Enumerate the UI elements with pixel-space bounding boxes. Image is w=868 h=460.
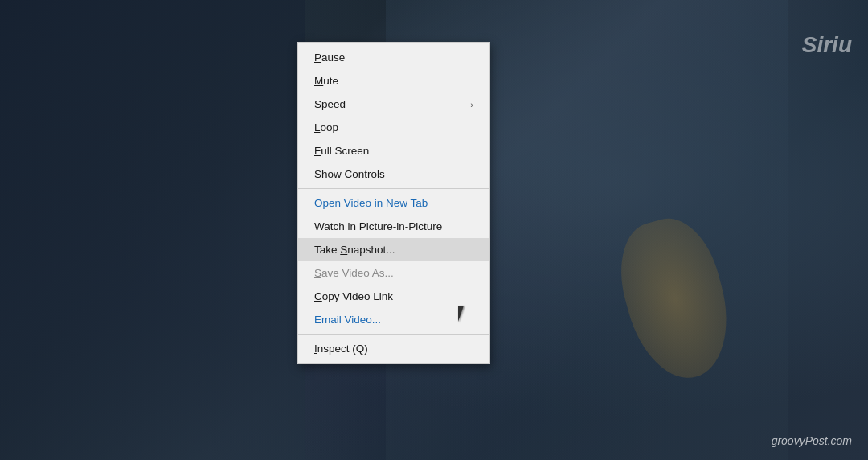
menu-item-show-controls[interactable]: Show Controls [298, 162, 489, 186]
menu-separator-13 [298, 334, 489, 335]
menu-label-loop: Loop [314, 121, 338, 133]
menu-label-open-new-tab: Open Video in New Tab [314, 197, 428, 209]
menu-label-mute: Mute [314, 75, 338, 87]
menu-label-copy-link: Copy Video Link [314, 290, 393, 302]
menu-item-fullscreen[interactable]: Full Screen [298, 139, 489, 162]
menu-label-inspect: Inspect (Q) [314, 343, 368, 355]
menu-label-save-video: Save Video As... [314, 267, 394, 279]
menu-label-email-video: Email Video... [314, 314, 381, 326]
menu-label-take-snapshot: Take Snapshot... [314, 244, 395, 256]
menu-item-mute[interactable]: Mute [298, 69, 489, 92]
background-brand-text: Siriu [802, 32, 852, 58]
menu-item-inspect[interactable]: Inspect (Q) [298, 337, 489, 360]
menu-label-pause: Pause [314, 51, 345, 64]
menu-item-copy-link[interactable]: Copy Video Link [298, 285, 489, 308]
menu-item-pause[interactable]: Pause [298, 46, 489, 69]
menu-item-open-new-tab[interactable]: Open Video in New Tab [298, 191, 489, 215]
menu-item-take-snapshot[interactable]: Take Snapshot... [298, 238, 489, 261]
left-background [0, 0, 305, 460]
menu-item-loop[interactable]: Loop [298, 116, 489, 139]
menu-item-email-video[interactable]: Email Video... [298, 308, 489, 331]
menu-item-save-video[interactable]: Save Video As... [298, 261, 489, 285]
menu-label-speed: Speed [314, 98, 346, 110]
menu-arrow-speed: › [470, 100, 473, 109]
menu-item-pip[interactable]: Watch in Picture-in-Picture [298, 215, 489, 238]
watermark: groovyPost.com [772, 434, 852, 447]
menu-item-speed[interactable]: Speed› [298, 92, 489, 116]
menu-label-pip: Watch in Picture-in-Picture [314, 220, 442, 232]
menu-label-show-controls: Show Controls [314, 168, 385, 180]
menu-separator-6 [298, 188, 489, 189]
menu-label-fullscreen: Full Screen [314, 145, 369, 157]
context-menu: PauseMuteSpeed›LoopFull ScreenShow Contr… [297, 42, 490, 364]
